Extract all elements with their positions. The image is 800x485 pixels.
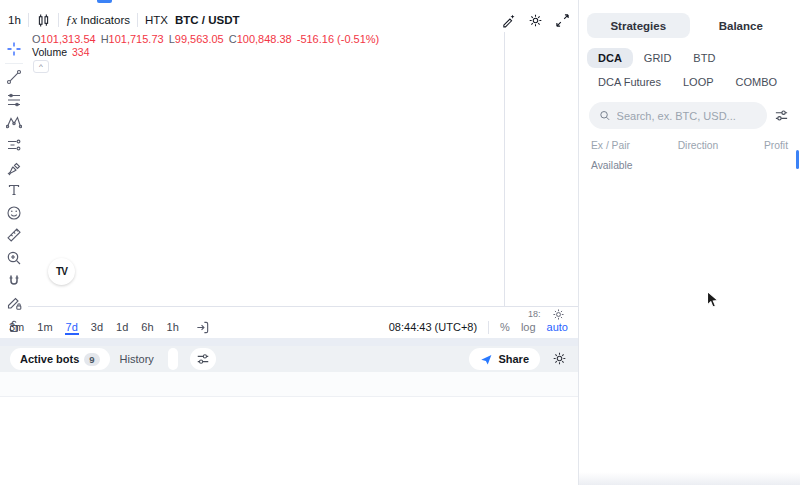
list-fade [579, 472, 800, 485]
go-to-date-button[interactable] [195, 320, 210, 335]
log-scale-button[interactable]: log [521, 321, 536, 333]
bots-table-header [0, 397, 578, 418]
chart-panel: 1h ƒxIndicators HTX BTC / USDT O101,313.… [0, 8, 578, 338]
crosshair-icon [6, 41, 22, 57]
sidebar-tabs: Strategies Balance [587, 13, 792, 38]
tool-forecast[interactable] [2, 134, 26, 155]
strategies-sidebar: Strategies Balance DCAGRIDBTDDCA Futures… [578, 0, 800, 485]
scrollbar-thumb[interactable] [796, 150, 799, 169]
interval-button[interactable]: 1h [8, 14, 21, 26]
share-button[interactable]: Share [469, 348, 540, 370]
type-tab-dca[interactable]: DCA [587, 48, 633, 68]
exchange-button[interactable]: HTX [145, 14, 168, 26]
candlestick-chart[interactable] [30, 42, 502, 300]
chart-settings-button[interactable] [528, 13, 543, 28]
close-value: 100,848.38 [237, 33, 292, 45]
range-1h[interactable]: 1h [166, 320, 180, 335]
ruler-icon [6, 227, 22, 243]
tool-text[interactable] [2, 180, 26, 201]
chart-style-button[interactable] [36, 13, 51, 28]
candles-icon [36, 13, 51, 28]
clock[interactable]: 08:44:43 (UTC+8) [389, 321, 477, 333]
ohlc-row: O101,313.54H101,715.73L99,563.05C100,848… [32, 33, 379, 45]
draw-lock-icon [6, 295, 22, 311]
percent-scale-button[interactable]: % [500, 321, 510, 333]
tab-strategies[interactable]: Strategies [587, 13, 690, 38]
range-1m[interactable]: 1m [36, 320, 53, 335]
search-box[interactable] [589, 102, 767, 129]
tradingview-logo[interactable]: TV [48, 258, 75, 285]
header-ex-pair: Ex / Pair [591, 140, 670, 151]
volume-value: 334 [72, 46, 90, 58]
top-clipped-tab-indicator [97, 0, 112, 3]
search-row [589, 102, 790, 129]
bots-filter-button[interactable] [190, 348, 216, 370]
brush-icon [6, 160, 22, 176]
section-divider [0, 338, 578, 346]
toolbar-separator [5, 63, 23, 64]
type-tab-loop[interactable]: LOOP [672, 72, 725, 92]
tool-trendline[interactable] [2, 67, 26, 88]
toolbar-separator [488, 321, 489, 334]
type-tab-btd[interactable]: BTD [682, 48, 726, 68]
range-3m[interactable]: 3m [8, 320, 25, 335]
strategy-type-tabs: DCAGRIDBTDDCA FuturesLOOPCOMBO [587, 48, 794, 92]
share-icon [480, 353, 493, 366]
go-to-date-icon [195, 320, 210, 335]
type-tab-combo[interactable]: COMBO [725, 72, 789, 92]
bots-settings-button[interactable] [552, 351, 568, 367]
gear-icon [528, 13, 543, 28]
pair-list-header: Ex / Pair Direction Profit [591, 140, 788, 151]
tool-zoom-in[interactable] [2, 248, 26, 269]
trading-app: 1h ƒxIndicators HTX BTC / USDT O101,313.… [0, 0, 800, 485]
bots-tab-strip: Active bots 9 History Share [0, 346, 578, 372]
collapse-indicator-button[interactable]: ^ [33, 60, 49, 73]
range-6h[interactable]: 6h [140, 320, 154, 335]
tool-magnet[interactable] [2, 270, 26, 291]
tab-balance[interactable]: Balance [690, 13, 793, 38]
close-label: C [229, 33, 237, 45]
filter-button[interactable] [774, 108, 790, 124]
open-value: 101,313.54 [41, 33, 96, 45]
range-3d[interactable]: 3d [90, 320, 104, 335]
drawing-toolbar [0, 32, 28, 338]
magnet-icon [6, 273, 22, 289]
tool-crosshair[interactable] [2, 38, 26, 59]
range-7d[interactable]: 7d [65, 320, 79, 335]
quick-draw-button[interactable] [501, 13, 516, 28]
tab-history[interactable]: History [120, 353, 154, 365]
toolbar-separator [28, 13, 29, 27]
tool-xabcd-pattern[interactable] [2, 112, 26, 133]
tune-icon [196, 352, 210, 366]
price-axis[interactable] [504, 32, 578, 306]
tool-emoji[interactable] [2, 202, 26, 223]
high-label: H [101, 33, 109, 45]
forecast-icon [6, 137, 22, 153]
chart-toolbar: 1h ƒxIndicators HTX BTC / USDT [0, 8, 578, 32]
tool-brush[interactable] [2, 157, 26, 178]
bot-filters [168, 348, 178, 370]
chart-bottom-toolbar: 3m1m7d3d1d6h1h 08:44:43 (UTC+8) % log au… [0, 316, 578, 338]
type-tab-grid[interactable]: GRID [633, 48, 683, 68]
xabcd-pattern-icon [6, 114, 22, 130]
chart-plot-area: O101,313.54H101,715.73L99,563.05C100,848… [28, 32, 578, 316]
fullscreen-button[interactable] [555, 13, 570, 28]
range-buttons: 3m1m7d3d1d6h1h [8, 320, 180, 335]
indicators-button[interactable]: ƒxIndicators [66, 13, 130, 28]
header-profit: Profit [726, 140, 788, 151]
auto-scale-button[interactable]: auto [547, 321, 568, 333]
range-1d[interactable]: 1d [115, 320, 129, 335]
tab-active-bots[interactable]: Active bots 9 [10, 348, 110, 370]
fullscreen-icon [555, 13, 570, 28]
symbol-button[interactable]: BTC / USDT [175, 14, 240, 26]
type-tab-dca-futures[interactable]: DCA Futures [587, 72, 672, 92]
search-input[interactable] [617, 110, 757, 122]
search-icon [599, 109, 611, 122]
sums-row [0, 372, 578, 397]
tool-draw-lock[interactable] [2, 293, 26, 314]
toolbar-separator [58, 13, 59, 27]
high-value: 101,715.73 [109, 33, 164, 45]
tool-ruler[interactable] [2, 225, 26, 246]
change-value: -516.16 (-0.51%) [297, 33, 380, 45]
tool-fib-retracement[interactable] [2, 89, 26, 110]
